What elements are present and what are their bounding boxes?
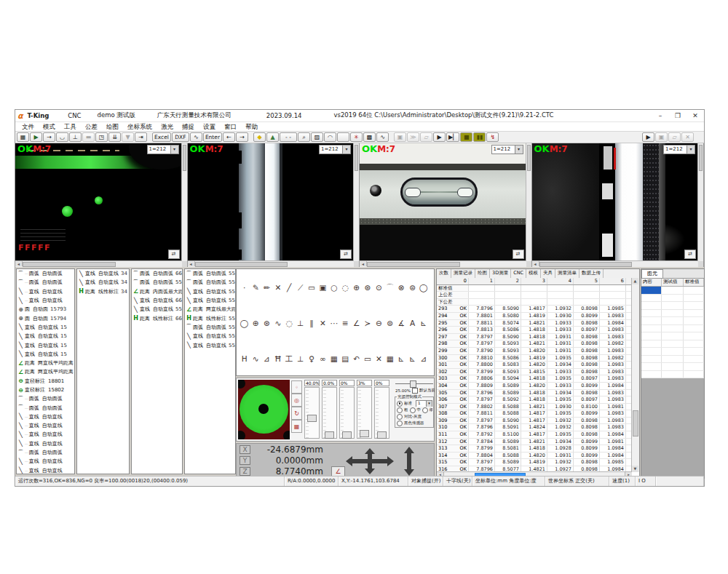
element-row[interactable] (641, 310, 704, 318)
tool-point-set-icon[interactable]: ⋯ (328, 317, 339, 329)
chevron-down-icon[interactable]: ▾ (342, 146, 350, 154)
slider-track[interactable] (322, 387, 337, 439)
result-row[interactable]: 309OK7.87978.50901.48171.09320.80981.098… (437, 418, 632, 425)
table-vscrollbar[interactable]: ▲ ▼ (631, 278, 639, 472)
fit-view-button[interactable]: ⇄ (684, 250, 696, 259)
toolbar-blank-button[interactable]: ▬ (82, 132, 95, 142)
tool-circle-scan2-icon[interactable]: ⊛ (362, 282, 373, 293)
tool-select-rect-icon[interactable]: ▭ (362, 353, 373, 364)
zoom-scale-dropdown[interactable]: 1=212 ▾ (147, 145, 179, 154)
measure-item[interactable]: ∠距离两直线平均距离 (17, 359, 74, 367)
toolbar-run-open-button[interactable]: ▶ (30, 132, 42, 142)
tool-delete-icon[interactable]: ✕ (373, 353, 384, 364)
tool-pick-edge-icon[interactable]: ✎ (250, 282, 261, 293)
measure-item[interactable]: H距离线性标注66 (132, 314, 182, 322)
toolbar-next-arrow-button[interactable]: → (236, 132, 248, 142)
minimize-button[interactable]: – (652, 111, 669, 121)
chevron-down-icon[interactable]: ▾ (426, 401, 432, 407)
result-row[interactable]: 306OK7.87978.50921.48181.09350.80971.098… (437, 396, 632, 404)
camera-view-2[interactable]: OKM:7 1=212 ▾ ⇄ ◂ (188, 143, 360, 267)
slider-thumb[interactable] (307, 415, 317, 422)
table-tab-3[interactable]: 绘图 (475, 269, 490, 278)
light-slider-5[interactable]: 0% (374, 380, 389, 439)
fine-radio[interactable] (422, 407, 428, 413)
element-row[interactable] (641, 363, 704, 371)
standard-radio[interactable] (397, 401, 403, 407)
measure-item[interactable]: ∠距离两直线最大距 (185, 305, 235, 314)
tab-elements[interactable]: 图元 (641, 269, 663, 278)
result-row[interactable]: 294OK7.88018.50801.48191.09300.80991.098… (437, 313, 632, 320)
result-row[interactable]: 299OK7.87908.50931.48201.09310.80981.098… (437, 348, 632, 355)
tool-ellipse-icon[interactable]: ◯ (418, 282, 429, 293)
tool-lasso-icon[interactable]: ◌ (284, 317, 295, 329)
slider-track[interactable] (374, 387, 389, 439)
toolbar-pause-button[interactable]: ▮▮ (473, 132, 486, 142)
slider-track[interactable] (357, 387, 372, 439)
view-vscrollbar[interactable] (353, 143, 359, 261)
view-vscrollbar[interactable] (697, 143, 703, 261)
tool-point-icon[interactable]: · (239, 282, 250, 293)
toolbar-blank2-button[interactable] (337, 132, 349, 142)
menu-item-7[interactable]: 激光 (157, 122, 178, 131)
tool-cross-lines-icon[interactable]: ✕ (272, 282, 283, 293)
toolbar-probe-button[interactable]: ⊥ (69, 132, 82, 142)
tool-circle-ring-icon[interactable]: ⊜ (407, 282, 418, 293)
rotate-light-button[interactable]: ↻ (291, 407, 302, 420)
fit-view-button[interactable]: ⇄ (513, 250, 524, 259)
measure-item[interactable]: ⊖直径标注18801 (17, 377, 74, 386)
toolbar-save2-button[interactable]: ▣ (655, 132, 668, 142)
measure-item[interactable]: ⌒···圆弧自动圆弧 (17, 403, 74, 412)
toolbar-play2-button[interactable]: ▶ (642, 132, 654, 142)
toolbar-stage-button[interactable]: ◡ (56, 132, 68, 142)
light-slider-2[interactable]: 0.0% (322, 380, 337, 439)
measure-item[interactable]: ╲···直线自动直线 (17, 296, 74, 305)
measure-item[interactable]: ⌒圆弧自动圆弧66 (132, 269, 182, 278)
slider-track[interactable] (339, 387, 355, 439)
tolerance-row[interactable]: 上公差 (437, 292, 632, 299)
measure-item[interactable]: ∠距离两直线平均距离 (17, 367, 74, 376)
menu-item-2[interactable]: 模式 (39, 122, 60, 131)
toolbar-zoom-out-button[interactable]: - - (280, 132, 297, 142)
measure-item[interactable]: ⊕圆自动圆15793 (17, 305, 74, 314)
ring-light-control[interactable] (238, 380, 290, 439)
light-slider-1[interactable]: 40.0% (304, 380, 320, 439)
element-row[interactable] (641, 332, 704, 340)
measure-item[interactable]: ╲直线自动直线15 (17, 332, 74, 340)
tool-dim-horizontal-icon[interactable]: H (239, 353, 250, 364)
toolbar-step-down-button[interactable]: ⇊ (108, 132, 121, 142)
toolbar-play-to-end-button[interactable]: ▶▏ (446, 132, 459, 142)
tool-parallel-icon[interactable]: ∥ (306, 317, 317, 329)
result-row[interactable]: 312OK7.87848.50891.48211.09340.80991.098… (437, 439, 632, 446)
toolbar-dxf-export-button[interactable]: DXF (172, 132, 189, 142)
contrast-radio[interactable] (397, 414, 403, 420)
tool-circle-distance-icon[interactable]: ⊖ (373, 317, 384, 329)
tool-angle-arc-icon[interactable]: ⊾ (418, 317, 429, 329)
toolbar-save-button[interactable]: ▣ (394, 132, 406, 142)
tool-perpendicular-icon[interactable]: ⊥ (295, 317, 306, 329)
measure-item[interactable]: ⊖直径标注15802 (17, 386, 74, 394)
result-row[interactable]: 307OK7.88028.50881.48211.09300.81001.098… (437, 404, 632, 411)
tool-line-auto-icon[interactable]: ⟋ (295, 282, 306, 293)
follow-mode-checkbox[interactable] (412, 388, 418, 394)
tool-intersection-icon[interactable]: ✕ (317, 317, 328, 329)
toolbar-enter-button[interactable]: Enter (203, 132, 222, 142)
menu-item-4[interactable]: 公差 (81, 122, 102, 131)
light-slider-3[interactable]: 0% (339, 380, 355, 439)
measure-item[interactable]: ╲直线自动直线15 (17, 340, 74, 349)
toolbar-run-fast-button[interactable]: ↯ (486, 132, 499, 142)
tool-ellipse-scan-icon[interactable]: ⊕ (250, 317, 261, 329)
result-row[interactable]: 308OK7.88118.50881.48171.09350.80991.098… (437, 410, 632, 418)
element-row[interactable] (641, 317, 704, 325)
sensor-radio[interactable] (397, 420, 403, 426)
tool-datum3-icon[interactable]: ⊿ (418, 353, 429, 364)
measure-item[interactable]: ╲···直线自动直线 (17, 287, 74, 296)
tool-wave-curve-icon[interactable]: ∿ (272, 317, 283, 329)
element-row[interactable] (641, 302, 704, 310)
toolbar-image-button[interactable]: ▲ (266, 132, 279, 142)
tool-pick-edge-auto-icon[interactable]: ✏ (261, 282, 272, 293)
tool-concentric-icon[interactable]: ⊜ (384, 317, 395, 329)
measure-item[interactable]: ╲直线自动直线15 (17, 350, 74, 359)
measure-item[interactable]: ╲···直线自动直线 (17, 466, 74, 474)
tool-circle-scan-icon[interactable]: ⊕ (351, 282, 362, 293)
result-row[interactable]: 301OK7.88008.50831.48201.09340.80981.098… (437, 362, 632, 369)
